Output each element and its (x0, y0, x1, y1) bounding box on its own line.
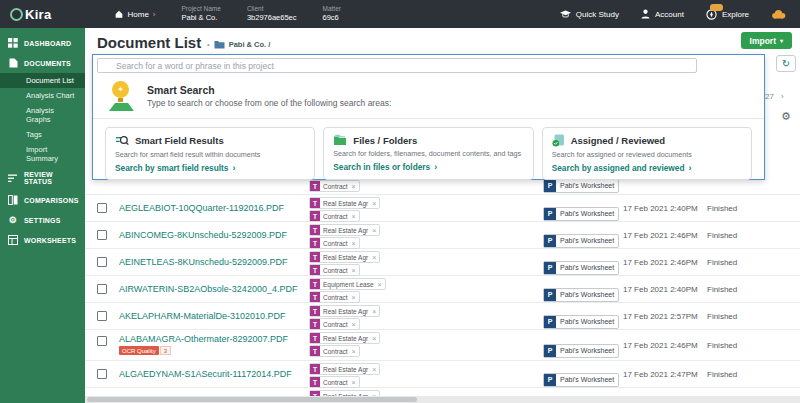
document-name-link[interactable]: AKELAPHARM-MaterialDe-3102010.PDF (119, 311, 286, 321)
tag-chip[interactable]: T Equipment Lease × (309, 278, 386, 290)
remove-tag-icon[interactable]: × (352, 213, 356, 220)
sidebar-item-settings[interactable]: ⚙ SETTINGS (0, 210, 85, 230)
person-icon (641, 9, 650, 19)
sidebar-item-analysis-chart[interactable]: Analysis Chart (0, 88, 85, 103)
files-folders-card[interactable]: Files / Folders Search for folders, file… (323, 127, 533, 180)
breadcrumb-chevron-icon: › (153, 10, 156, 19)
import-date: 17 Feb 2021 2:46PM (623, 231, 698, 240)
sidebar-item-dashboard[interactable]: DASHBOARD (0, 33, 85, 53)
sidebar-item-document-list[interactable]: Document List (0, 73, 85, 88)
table-row[interactable]: AEINETLEAS-8KUnschedu-5292009.PDF T Real… (85, 249, 800, 276)
tag-chip[interactable]: T Contract × (309, 291, 360, 303)
cloud-upload-button[interactable] (771, 9, 786, 19)
account-button[interactable]: Account (641, 9, 684, 19)
tag-icon: T (310, 377, 320, 387)
tag-chip[interactable]: T Contract × (309, 376, 360, 388)
worksheet-badge[interactable]: P Pabi's Worksheet (543, 344, 619, 358)
search-area-cards: Smart Field Results Search for smart fie… (93, 119, 764, 188)
row-checkbox[interactable] (97, 311, 107, 321)
tag-chip[interactable]: T Real Estate Agr × (309, 224, 380, 236)
smart-field-results-card[interactable]: Smart Field Results Search for smart fie… (105, 127, 315, 180)
next-page-arrow-icon[interactable]: › (781, 92, 784, 101)
remove-tag-icon[interactable]: × (378, 281, 382, 288)
sidebar-item-worksheets[interactable]: WORKSHEETS (0, 230, 85, 250)
horizontal-scrollbar[interactable] (85, 396, 800, 403)
worksheet-badge[interactable]: P Pabi's Worksheet (543, 373, 619, 387)
quick-study-button[interactable]: Quick Study (560, 10, 619, 19)
refresh-button[interactable]: ↻ (776, 55, 796, 72)
remove-tag-icon[interactable]: × (372, 335, 376, 342)
arrow-icon: › (434, 162, 437, 172)
tag-label: Real Estate Agr (323, 335, 368, 342)
import-button[interactable]: Import ▾ (741, 32, 792, 49)
worksheet-badge[interactable]: P Pabi's Worksheet (543, 288, 619, 302)
worksheet-label: Pabi's Worksheet (560, 376, 614, 383)
search-by-assigned-link[interactable]: Search by assigned and reviewed› (552, 163, 742, 173)
review-status-icon (8, 173, 18, 183)
row-checkbox[interactable] (97, 284, 107, 294)
explore-button[interactable]: Explore (706, 9, 749, 20)
tag-chip[interactable]: T Real Estate Agr × (309, 332, 380, 344)
table-row[interactable]: AKELAPHARM-MaterialDe-3102010.PDF T Real… (85, 303, 800, 330)
table-settings-button[interactable]: ⚙ (781, 110, 791, 123)
breadcrumb[interactable]: • Pabi & Co. / (207, 40, 270, 49)
remove-tag-icon[interactable]: × (352, 379, 356, 386)
table-row[interactable]: ALABAMAGRA-Othermater-8292007.PDF OCR Qu… (85, 330, 800, 361)
row-checkbox[interactable] (97, 369, 107, 379)
table-row[interactable]: AIRWATERIN-SB2AObsole-3242000_4.PDF T Eq… (85, 276, 800, 303)
remove-tag-icon[interactable]: × (372, 227, 376, 234)
row-checkbox[interactable] (97, 336, 107, 346)
remove-tag-icon[interactable]: × (372, 200, 376, 207)
table-row[interactable]: ABINCOMEG-8KUnschedu-5292009.PDF T Real … (85, 222, 800, 249)
remove-tag-icon[interactable]: × (352, 294, 356, 301)
scrollbar-thumb[interactable] (87, 397, 417, 402)
row-checkbox[interactable] (97, 230, 107, 240)
remove-tag-icon[interactable]: × (372, 308, 376, 315)
remove-tag-icon[interactable]: × (372, 366, 376, 373)
sidebar-item-import-summary[interactable]: Import Summary (0, 142, 85, 166)
remove-tag-icon[interactable]: × (352, 240, 356, 247)
sidebar-item-tags[interactable]: Tags (0, 127, 85, 142)
tag-chip[interactable]: T Real Estate Agr × (309, 363, 380, 375)
assigned-reviewed-card[interactable]: Assigned / Reviewed Search for assigned … (542, 127, 752, 180)
row-checkbox[interactable] (97, 203, 107, 213)
remove-tag-icon[interactable]: × (352, 267, 356, 274)
remove-tag-icon[interactable]: × (372, 254, 376, 261)
row-checkbox[interactable] (97, 257, 107, 267)
document-name-link[interactable]: AEINETLEAS-8KUnschedu-5292009.PDF (119, 257, 288, 267)
search-by-smart-field-link[interactable]: Search by smart field results› (115, 163, 305, 173)
home-link[interactable]: Home › (114, 9, 156, 19)
ocr-quality-badge: OCR Quality3 (119, 346, 171, 355)
document-name-link[interactable]: ALABAMAGRA-Othermater-8292007.PDF (119, 334, 288, 344)
worksheet-badge[interactable]: P Pabi's Worksheet (543, 261, 619, 275)
worksheet-badge[interactable]: P Pabi's Worksheet (543, 207, 619, 221)
tag-chip[interactable]: T Contract × (309, 318, 360, 330)
worksheet-badge[interactable]: P Pabi's Worksheet (543, 315, 619, 329)
cloud-icon (771, 9, 786, 19)
tag-chip[interactable]: T Real Estate Agr × (309, 251, 380, 263)
kira-logo[interactable]: Kira (0, 7, 66, 22)
pagination[interactable]: 27 › (765, 92, 784, 101)
sidebar-item-comparisons[interactable]: COMPARISONS (0, 190, 85, 210)
document-name-link[interactable]: ALGAEDYNAM-S1ASecurit-11172014.PDF (119, 369, 292, 379)
document-name-link[interactable]: ABINCOMEG-8KUnschedu-5292009.PDF (119, 230, 287, 240)
tag-chip[interactable]: T Contract × (309, 237, 360, 249)
search-input[interactable] (97, 58, 697, 73)
document-name-link[interactable]: AEGLEABIOT-10QQuarter-1192016.PDF (119, 203, 284, 213)
tag-chip[interactable]: T Real Estate Agr × (309, 305, 380, 317)
sidebar-item-analysis-graphs[interactable]: Analysis Graphs (0, 103, 85, 127)
document-name-link[interactable]: AIRWATERIN-SB2AObsole-3242000_4.PDF (119, 284, 297, 294)
import-date: 17 Feb 2021 2:47PM (623, 370, 698, 379)
sidebar-item-review-status[interactable]: REVIEW STATUS (0, 166, 85, 190)
tag-chip[interactable]: T Contract × (309, 210, 360, 222)
remove-tag-icon[interactable]: × (352, 348, 356, 355)
sidebar-item-documents[interactable]: DOCUMENTS (0, 53, 85, 73)
remove-tag-icon[interactable]: × (352, 321, 356, 328)
table-row[interactable]: ALGAEDYNAM-S1ASecurit-11172014.PDF T Rea… (85, 361, 800, 388)
tag-chip[interactable]: T Contract × (309, 345, 360, 357)
worksheet-badge[interactable]: P Pabi's Worksheet (543, 234, 619, 248)
tag-chip[interactable]: T Contract × (309, 264, 360, 276)
search-in-files-link[interactable]: Search in files or folders› (333, 162, 523, 172)
tag-chip[interactable]: T Real Estate Agr × (309, 197, 380, 209)
table-row[interactable]: AEGLEABIOT-10QQuarter-1192016.PDF T Real… (85, 195, 800, 222)
